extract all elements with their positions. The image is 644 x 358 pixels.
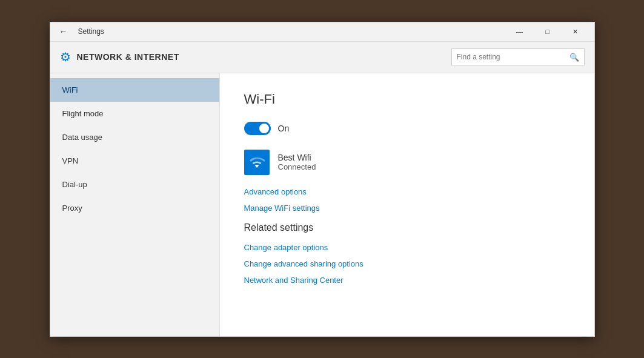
related-settings-title: Related settings bbox=[244, 222, 570, 233]
content-area: WiFi Flight mode Data usage VPN Dial-up … bbox=[50, 73, 594, 336]
search-box[interactable]: 🔍 bbox=[451, 48, 585, 65]
toggle-track bbox=[244, 122, 271, 135]
main-panel: Wi-Fi On bbox=[220, 73, 594, 336]
title-bar-controls: ← Settings bbox=[55, 23, 104, 40]
search-icon: 🔍 bbox=[569, 53, 579, 62]
title-bar: ← Settings — □ ✕ bbox=[50, 22, 594, 42]
network-item: Best Wifi Connected bbox=[244, 150, 570, 175]
network-name: Best Wifi bbox=[278, 153, 316, 162]
close-button[interactable]: ✕ bbox=[562, 22, 589, 41]
network-info: Best Wifi Connected bbox=[278, 153, 316, 171]
wifi-toggle-row: On bbox=[244, 122, 570, 135]
manage-wifi-link[interactable]: Manage WiFi settings bbox=[244, 204, 570, 213]
maximize-button[interactable]: □ bbox=[534, 22, 562, 41]
settings-window: ← Settings — □ ✕ ⚙ NETWORK & INTERNET 🔍 … bbox=[50, 22, 595, 337]
network-status: Connected bbox=[278, 162, 316, 171]
wifi-icon-box bbox=[244, 150, 270, 175]
network-icon: ⚙ bbox=[60, 50, 71, 64]
header-bar: ⚙ NETWORK & INTERNET 🔍 bbox=[50, 42, 594, 73]
network-center-link[interactable]: Network and Sharing Center bbox=[244, 276, 570, 285]
page-title: Wi-Fi bbox=[244, 91, 570, 107]
change-sharing-link[interactable]: Change advanced sharing options bbox=[244, 259, 570, 268]
title-bar-title: Settings bbox=[78, 27, 104, 36]
search-input[interactable] bbox=[457, 53, 569, 61]
sidebar-item-vpn[interactable]: VPN bbox=[50, 149, 219, 173]
sidebar-item-flight-mode[interactable]: Flight mode bbox=[50, 102, 219, 125]
sidebar-item-dial-up[interactable]: Dial-up bbox=[50, 173, 219, 196]
sidebar-item-wifi[interactable]: WiFi bbox=[50, 78, 219, 102]
wifi-icon bbox=[249, 154, 265, 170]
wifi-toggle[interactable] bbox=[244, 122, 271, 135]
sidebar-item-data-usage[interactable]: Data usage bbox=[50, 125, 219, 149]
minimize-button[interactable]: — bbox=[506, 22, 534, 41]
header-title: NETWORK & INTERNET bbox=[77, 52, 179, 62]
window-controls: — □ ✕ bbox=[506, 22, 589, 41]
sidebar-item-proxy[interactable]: Proxy bbox=[50, 196, 219, 220]
sidebar: WiFi Flight mode Data usage VPN Dial-up … bbox=[50, 73, 220, 336]
toggle-thumb bbox=[259, 124, 269, 133]
toggle-label: On bbox=[278, 124, 290, 133]
change-adapter-link[interactable]: Change adapter options bbox=[244, 243, 570, 252]
back-button[interactable]: ← bbox=[55, 23, 72, 40]
advanced-options-link[interactable]: Advanced options bbox=[244, 187, 570, 196]
